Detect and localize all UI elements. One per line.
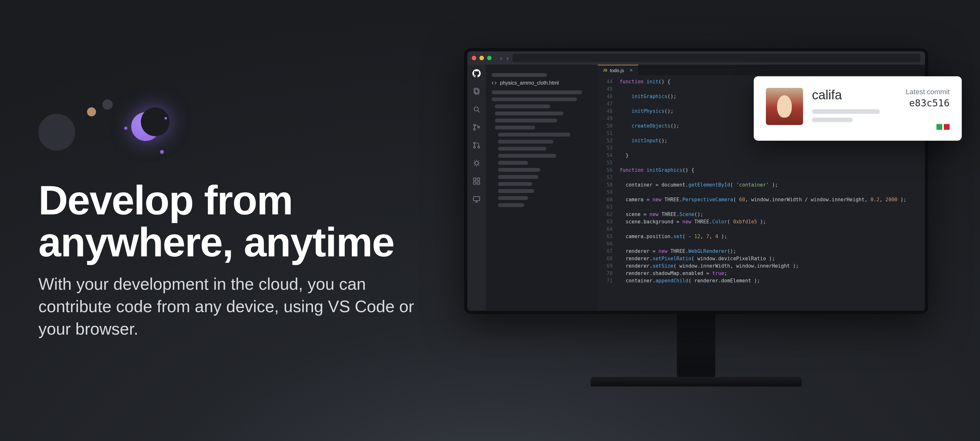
explorer-file-item[interactable]: physics_ammo_cloth.html <box>492 80 592 86</box>
svg-rect-1 <box>475 89 479 94</box>
commit-username[interactable]: califa <box>812 88 897 102</box>
explorer-filename: physics_ammo_cloth.html <box>500 80 559 86</box>
svg-point-9 <box>478 147 479 148</box>
svg-point-4 <box>474 125 475 126</box>
editor-tab[interactable]: JS todo.js ✕ <box>598 65 638 75</box>
close-tab-icon[interactable]: ✕ <box>629 68 633 73</box>
extensions-icon[interactable] <box>473 177 481 185</box>
decor-planet-small-2 <box>102 99 113 110</box>
decor-planet-small-1 <box>87 107 96 116</box>
search-icon[interactable] <box>473 105 481 113</box>
hero-title: Develop from anywhere, anytime <box>38 179 455 263</box>
avatar[interactable] <box>766 88 803 125</box>
svg-point-10 <box>475 161 479 165</box>
files-icon[interactable] <box>473 87 481 96</box>
hero-title-line2: anywhere, anytime <box>38 219 394 265</box>
svg-point-8 <box>474 147 475 148</box>
latest-commit-label: Latest commit <box>906 88 950 96</box>
monitor-base <box>590 377 802 387</box>
activity-bar <box>467 65 486 311</box>
remote-icon[interactable] <box>473 195 481 203</box>
svg-point-7 <box>474 142 475 144</box>
window-maximize-icon[interactable] <box>487 56 492 60</box>
svg-rect-14 <box>477 178 480 181</box>
tab-filename: todo.js <box>610 68 624 73</box>
decor-star <box>160 150 164 154</box>
diffstat <box>906 124 950 130</box>
svg-point-2 <box>474 107 478 111</box>
hero-subtitle: With your development in the cloud, you … <box>38 273 432 340</box>
svg-point-6 <box>478 126 479 128</box>
hero-title-line1: Develop from <box>38 177 293 223</box>
explorer-panel: physics_ammo_cloth.html <box>486 65 598 311</box>
js-lang-badge: JS <box>603 68 607 72</box>
svg-rect-15 <box>473 197 480 201</box>
code-file-icon <box>492 80 497 86</box>
source-control-icon[interactable] <box>473 123 481 131</box>
svg-point-5 <box>474 128 475 130</box>
diff-add-icon <box>937 124 942 130</box>
svg-line-3 <box>478 110 479 112</box>
svg-rect-0 <box>474 88 478 93</box>
nav-forward-icon[interactable]: › <box>506 54 509 62</box>
window-minimize-icon[interactable] <box>479 56 484 60</box>
decor-planet-large <box>38 114 75 151</box>
debug-icon[interactable] <box>473 159 481 167</box>
svg-rect-12 <box>473 182 476 184</box>
pull-request-icon[interactable] <box>473 141 481 149</box>
decor-star <box>164 117 167 120</box>
window-close-icon[interactable] <box>472 56 476 60</box>
window-topbar: ‹ › <box>467 51 925 65</box>
svg-rect-13 <box>477 182 480 184</box>
commit-sha[interactable]: e83c516 <box>906 97 950 109</box>
commit-card: califa Latest commit e83c516 <box>754 76 962 141</box>
monitor-stand <box>677 313 715 377</box>
diff-del-icon <box>944 124 950 130</box>
line-gutter: 44 45 46 47 48 49 50 51 52 53 54 55 56 5… <box>598 75 616 311</box>
nav-back-icon[interactable]: ‹ <box>499 54 503 62</box>
address-bar[interactable] <box>512 54 921 62</box>
github-logo-icon[interactable] <box>473 69 481 78</box>
decor-star <box>124 126 127 130</box>
decor-moon-icon <box>128 109 166 147</box>
svg-rect-11 <box>473 178 476 181</box>
